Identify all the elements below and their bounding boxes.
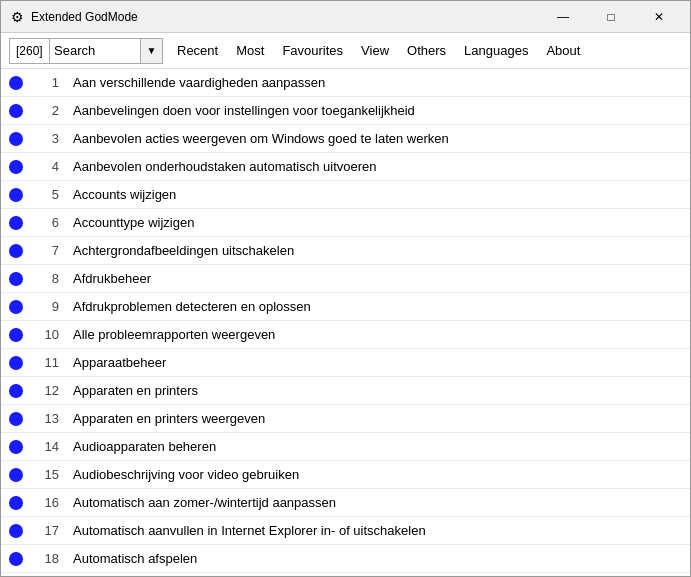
row-label: Automatisch aan zomer-/wintertijd aanpas… (67, 495, 690, 510)
row-number: 1 (31, 75, 67, 90)
row-label: Apparaten en printers weergeven (67, 411, 690, 426)
table-row[interactable]: 12 Apparaten en printers (1, 377, 690, 405)
table-row[interactable]: 1 Aan verschillende vaardigheden aanpass… (1, 69, 690, 97)
dot-icon (9, 440, 23, 454)
dot-icon (9, 188, 23, 202)
row-label: Audioapparaten beheren (67, 439, 690, 454)
row-number: 2 (31, 103, 67, 118)
row-number: 8 (31, 271, 67, 286)
row-number: 5 (31, 187, 67, 202)
search-container: [260] ▼ (9, 38, 163, 64)
dot-icon (9, 468, 23, 482)
dot-icon (9, 216, 23, 230)
row-dot-col (1, 384, 31, 398)
row-dot-col (1, 552, 31, 566)
dot-icon (9, 328, 23, 342)
row-dot-col (1, 76, 31, 90)
row-dot-col (1, 132, 31, 146)
items-table: 1 Aan verschillende vaardigheden aanpass… (1, 69, 690, 573)
row-dot-col (1, 104, 31, 118)
row-number: 18 (31, 551, 67, 566)
dot-icon (9, 496, 23, 510)
row-dot-col (1, 216, 31, 230)
row-label: Aan verschillende vaardigheden aanpassen (67, 75, 690, 90)
row-number: 4 (31, 159, 67, 174)
dot-icon (9, 300, 23, 314)
dot-icon (9, 244, 23, 258)
row-dot-col (1, 328, 31, 342)
table-row[interactable]: 16 Automatisch aan zomer-/wintertijd aan… (1, 489, 690, 517)
row-dot-col (1, 524, 31, 538)
row-label: Accounts wijzigen (67, 187, 690, 202)
row-dot-col (1, 160, 31, 174)
table-row[interactable]: 2 Aanbevelingen doen voor instellingen v… (1, 97, 690, 125)
menu-item-recent[interactable]: Recent (169, 37, 226, 65)
row-number: 6 (31, 215, 67, 230)
table-row[interactable]: 18 Automatisch afspelen (1, 545, 690, 573)
row-dot-col (1, 300, 31, 314)
dot-icon (9, 132, 23, 146)
row-number: 15 (31, 467, 67, 482)
table-row[interactable]: 6 Accounttype wijzigen (1, 209, 690, 237)
search-input[interactable] (50, 39, 140, 63)
row-number: 11 (31, 355, 67, 370)
dot-icon (9, 76, 23, 90)
table-row[interactable]: 7 Achtergrondafbeeldingen uitschakelen (1, 237, 690, 265)
row-number: 13 (31, 411, 67, 426)
main-window: ⚙ Extended GodMode — □ ✕ [260] ▼ Recent … (0, 0, 691, 577)
minimize-button[interactable]: — (540, 2, 586, 32)
app-icon: ⚙ (9, 9, 25, 25)
row-label: Accounttype wijzigen (67, 215, 690, 230)
menu-item-favourites[interactable]: Favourites (274, 37, 351, 65)
row-label: Aanbevolen acties weergeven om Windows g… (67, 131, 690, 146)
table-row[interactable]: 8 Afdrukbeheer (1, 265, 690, 293)
row-label: Aanbevolen onderhoudstaken automatisch u… (67, 159, 690, 174)
maximize-button[interactable]: □ (588, 2, 634, 32)
table-row[interactable]: 11 Apparaatbeheer (1, 349, 690, 377)
dot-icon (9, 104, 23, 118)
row-number: 7 (31, 243, 67, 258)
dot-icon (9, 552, 23, 566)
table-row[interactable]: 10 Alle probleemrapporten weergeven (1, 321, 690, 349)
row-dot-col (1, 468, 31, 482)
table-row[interactable]: 13 Apparaten en printers weergeven (1, 405, 690, 433)
row-number: 9 (31, 299, 67, 314)
menu-item-languages[interactable]: Languages (456, 37, 536, 65)
table-row[interactable]: 3 Aanbevolen acties weergeven om Windows… (1, 125, 690, 153)
count-badge: [260] (10, 39, 50, 63)
row-label: Audiobeschrijving voor video gebruiken (67, 467, 690, 482)
dot-icon (9, 524, 23, 538)
table-row[interactable]: 4 Aanbevolen onderhoudstaken automatisch… (1, 153, 690, 181)
window-title: Extended GodMode (31, 10, 540, 24)
menu-item-most[interactable]: Most (228, 37, 272, 65)
row-label: Aanbevelingen doen voor instellingen voo… (67, 103, 690, 118)
row-label: Afdrukbeheer (67, 271, 690, 286)
row-dot-col (1, 412, 31, 426)
row-number: 12 (31, 383, 67, 398)
row-number: 10 (31, 327, 67, 342)
table-row[interactable]: 14 Audioapparaten beheren (1, 433, 690, 461)
table-row[interactable]: 9 Afdrukproblemen detecteren en oplossen (1, 293, 690, 321)
row-label: Apparaten en printers (67, 383, 690, 398)
row-label: Alle probleemrapporten weergeven (67, 327, 690, 342)
dot-icon (9, 272, 23, 286)
row-dot-col (1, 272, 31, 286)
row-dot-col (1, 496, 31, 510)
close-button[interactable]: ✕ (636, 2, 682, 32)
table-container[interactable]: 1 Aan verschillende vaardigheden aanpass… (1, 69, 690, 576)
menu-item-view[interactable]: View (353, 37, 397, 65)
menu-item-about[interactable]: About (538, 37, 588, 65)
table-row[interactable]: 17 Automatisch aanvullen in Internet Exp… (1, 517, 690, 545)
row-label: Achtergrondafbeeldingen uitschakelen (67, 243, 690, 258)
chevron-down-icon: ▼ (147, 45, 157, 56)
search-dropdown-button[interactable]: ▼ (140, 39, 162, 63)
table-row[interactable]: 15 Audiobeschrijving voor video gebruike… (1, 461, 690, 489)
row-label: Afdrukproblemen detecteren en oplossen (67, 299, 690, 314)
dot-icon (9, 160, 23, 174)
dot-icon (9, 412, 23, 426)
row-label: Automatisch afspelen (67, 551, 690, 566)
row-number: 17 (31, 523, 67, 538)
table-row[interactable]: 5 Accounts wijzigen (1, 181, 690, 209)
menu-item-others[interactable]: Others (399, 37, 454, 65)
window-controls: — □ ✕ (540, 2, 682, 32)
